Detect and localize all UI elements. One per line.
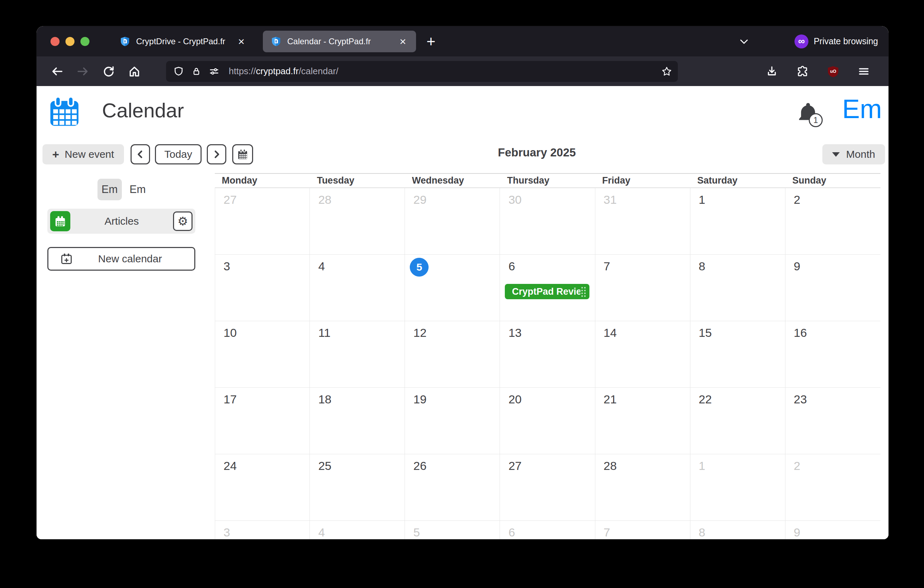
- url-bar[interactable]: https://cryptpad.fr/calendar/: [166, 61, 678, 82]
- day-number: 21: [604, 393, 617, 406]
- calendar-day-cell[interactable]: 8: [690, 254, 785, 321]
- calendar-day-cell[interactable]: 27: [215, 188, 310, 254]
- calendar-day-cell[interactable]: 18: [310, 388, 405, 454]
- calendar-day-cell[interactable]: 3: [215, 254, 310, 321]
- calendar-day-cell[interactable]: 12: [405, 321, 500, 388]
- window-close-button[interactable]: [51, 37, 59, 46]
- calendar-day-cell[interactable]: 17: [215, 388, 310, 454]
- new-calendar-button[interactable]: New calendar: [47, 247, 195, 271]
- calendar-day-cell[interactable]: 22: [690, 388, 785, 454]
- day-number: 1: [699, 459, 705, 472]
- day-number: 5: [413, 526, 420, 539]
- calendar-day-cell[interactable]: 4: [310, 254, 405, 321]
- forward-button[interactable]: [72, 61, 94, 82]
- notifications-bell[interactable]: 1: [798, 101, 825, 130]
- today-button[interactable]: Today: [155, 144, 201, 164]
- calendar-day-cell[interactable]: 27: [500, 454, 595, 521]
- tab-list-chevron-icon[interactable]: [735, 33, 753, 50]
- tracking-shield-icon[interactable]: [173, 66, 184, 77]
- ublock-origin-icon[interactable]: uO: [822, 61, 844, 82]
- day-number: 28: [604, 459, 617, 472]
- calendar-day-cell[interactable]: 28: [310, 188, 405, 254]
- view-mode-dropdown[interactable]: Month: [822, 144, 885, 164]
- calendar-day-cell[interactable]: 9: [785, 521, 881, 539]
- tab-close-icon[interactable]: ×: [395, 34, 411, 49]
- page-title: Calendar: [102, 99, 184, 122]
- calendar-name-label: Articles: [70, 215, 173, 227]
- bookmark-star-icon[interactable]: [661, 66, 672, 77]
- calendar-day-cell[interactable]: 1: [690, 188, 785, 254]
- calendar-day-cell[interactable]: 7: [595, 254, 690, 321]
- back-button[interactable]: [46, 61, 68, 82]
- calendar-day-cell[interactable]: 9: [785, 254, 881, 321]
- calendar-day-cell[interactable]: 26: [405, 454, 500, 521]
- event-bar[interactable]: CryptPad Review: [505, 284, 589, 299]
- sidebar-calendar-articles[interactable]: Articles ⚙: [47, 209, 195, 234]
- calendar-day-cell[interactable]: 31: [595, 188, 690, 254]
- calendar-day-cell[interactable]: 28: [595, 454, 690, 521]
- calendar-day-cell[interactable]: 25: [310, 454, 405, 521]
- weekday-label: Friday: [595, 175, 690, 186]
- menu-hamburger-icon[interactable]: [853, 61, 874, 82]
- calendar-day-cell[interactable]: 1: [690, 454, 785, 521]
- day-number: 20: [508, 393, 521, 406]
- weekday-label: Monday: [215, 175, 310, 186]
- window-zoom-button[interactable]: [81, 37, 89, 46]
- calendar-day-cell[interactable]: 2: [785, 454, 881, 521]
- tab-close-icon[interactable]: ×: [234, 34, 249, 49]
- lock-icon[interactable]: [191, 66, 201, 77]
- tab-calendar-active[interactable]: Calendar - CryptPad.fr ×: [263, 31, 416, 52]
- calendar-day-cell[interactable]: 24: [215, 454, 310, 521]
- user-account-button[interactable]: Em: [842, 94, 882, 124]
- calendar-day-cell[interactable]: 21: [595, 388, 690, 454]
- calendar-settings-button[interactable]: ⚙: [173, 211, 193, 231]
- navigation-toolbar: https://cryptpad.fr/calendar/ uO: [36, 56, 888, 86]
- calendar-day-cell[interactable]: 6CryptPad Review: [500, 254, 595, 321]
- calendar-day-cell[interactable]: 14: [595, 321, 690, 388]
- calendar-day-cell[interactable]: 29: [405, 188, 500, 254]
- calendar-day-cell[interactable]: 15: [690, 321, 785, 388]
- calendar-day-cell[interactable]: 5: [405, 254, 500, 321]
- weekday-label: Sunday: [785, 175, 881, 186]
- calendar-day-cell[interactable]: 20: [500, 388, 595, 454]
- window-minimize-button[interactable]: [66, 37, 74, 46]
- calendar-day-cell[interactable]: 8: [690, 521, 785, 539]
- day-number: 4: [318, 526, 325, 539]
- calendar-day-cell[interactable]: 7: [595, 521, 690, 539]
- day-number: 3: [223, 259, 230, 273]
- calendar-day-cell[interactable]: 13: [500, 321, 595, 388]
- day-number: 6: [508, 259, 515, 273]
- new-tab-button[interactable]: +: [426, 34, 436, 49]
- calendar-day-cell[interactable]: 30: [500, 188, 595, 254]
- calendar-day-cell[interactable]: 2: [785, 188, 881, 254]
- calendar-day-cell[interactable]: 3: [215, 521, 310, 539]
- reload-button[interactable]: [98, 61, 119, 82]
- calendar-day-cell[interactable]: 6: [500, 521, 595, 539]
- day-number: 2: [794, 193, 800, 206]
- weekday-label: Thursday: [500, 175, 595, 186]
- team-badge[interactable]: Em: [97, 179, 122, 200]
- previous-month-button[interactable]: [130, 144, 150, 164]
- event-resize-handle-icon[interactable]: [580, 286, 587, 297]
- calendar-day-cell[interactable]: 19: [405, 388, 500, 454]
- tab-title: Calendar - CryptPad.fr: [287, 36, 395, 46]
- user-badge[interactable]: Em: [130, 183, 146, 196]
- calendar-day-cell[interactable]: 4: [310, 521, 405, 539]
- calendar-day-cell[interactable]: 16: [785, 321, 881, 388]
- home-button[interactable]: [124, 61, 145, 82]
- downloads-icon[interactable]: [761, 61, 783, 82]
- calendar-day-cell[interactable]: 5: [405, 521, 500, 539]
- day-number: 7: [604, 526, 610, 539]
- calendar-day-cell[interactable]: 10: [215, 321, 310, 388]
- permissions-sliders-icon[interactable]: [208, 66, 220, 77]
- day-number: 1: [699, 193, 705, 206]
- private-browsing-icon: ∞: [794, 35, 808, 48]
- day-number: 8: [699, 259, 705, 273]
- calendar-day-cell[interactable]: 11: [310, 321, 405, 388]
- extensions-puzzle-icon[interactable]: [792, 61, 813, 82]
- new-event-button[interactable]: + New event: [43, 144, 124, 164]
- url-text[interactable]: https://cryptpad.fr/calendar/: [229, 66, 654, 77]
- tab-cryptdrive[interactable]: CryptDrive - CryptPad.fr ×: [112, 31, 254, 52]
- day-number: 26: [413, 459, 426, 472]
- calendar-day-cell[interactable]: 23: [785, 388, 881, 454]
